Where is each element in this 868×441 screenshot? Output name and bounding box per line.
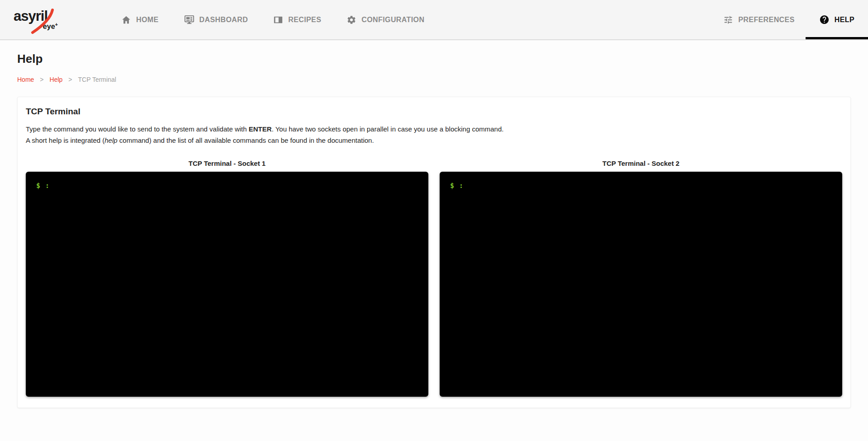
terminal-socket-2[interactable]: $ : [440, 172, 842, 397]
terminal-prompt: $ : [36, 182, 50, 190]
nav-item-recipes[interactable]: RECIPES [273, 0, 321, 39]
configuration-gear-icon [346, 15, 356, 25]
terminal-socket-1[interactable]: $ : [26, 172, 428, 397]
nav-right-group: PREFERENCES HELP [712, 0, 868, 39]
card-title: TCP Terminal [26, 107, 842, 117]
nav-item-home[interactable]: HOME [121, 0, 159, 39]
terminal-socket-1-title: TCP Terminal - Socket 1 [26, 160, 428, 167]
help-question-icon [819, 14, 830, 25]
description-line-1: Type the command you would like to send … [26, 123, 842, 135]
enter-keyword: ENTER [249, 125, 272, 133]
breadcrumb-current: TCP Terminal [78, 76, 116, 83]
help-page: Help Home > Help > TCP Terminal TCP Term… [0, 52, 868, 408]
terminal-prompt: $ : [450, 182, 464, 190]
breadcrumb: Home > Help > TCP Terminal [17, 76, 851, 83]
asyril-logo[interactable]: asyril eye+ [14, 9, 59, 30]
help-command-keyword: help [104, 136, 117, 144]
breadcrumb-separator: > [40, 76, 43, 83]
breadcrumb-separator: > [68, 76, 72, 83]
nav-item-configuration[interactable]: CONFIGURATION [346, 0, 424, 39]
breadcrumb-help-link[interactable]: Help [50, 76, 63, 83]
preferences-sliders-icon [723, 15, 733, 25]
nav-item-label: DASHBOARD [199, 16, 248, 24]
nav-item-label: PREFERENCES [738, 16, 794, 24]
tcp-terminal-card: TCP Terminal Type the command you would … [17, 97, 851, 408]
description-line-2: A short help is integrated (help command… [26, 135, 842, 146]
dashboard-icon [184, 14, 194, 25]
terminal-socket-2-column: TCP Terminal - Socket 2 $ : [440, 160, 842, 397]
nav-item-label: HOME [136, 16, 159, 24]
home-icon [121, 15, 131, 25]
nav-item-label: RECIPES [288, 16, 321, 24]
breadcrumb-home-link[interactable]: Home [17, 76, 34, 83]
terminal-socket-2-title: TCP Terminal - Socket 2 [440, 160, 842, 167]
card-description: Type the command you would like to send … [26, 123, 842, 146]
page-title: Help [17, 52, 851, 66]
top-navbar: asyril eye+ HOME DASHBOA [0, 0, 868, 40]
nav-item-preferences[interactable]: PREFERENCES [712, 0, 805, 39]
nav-item-label: HELP [835, 16, 854, 24]
recipes-icon [273, 15, 283, 25]
nav-item-label: CONFIGURATION [361, 16, 424, 24]
terminal-socket-1-column: TCP Terminal - Socket 1 $ : [26, 160, 428, 397]
nav-item-dashboard[interactable]: DASHBOARD [184, 0, 248, 39]
nav-left-group: HOME DASHBOARD [121, 0, 424, 39]
nav-item-help[interactable]: HELP [806, 0, 868, 39]
logo-wordmark: asyril [14, 9, 59, 23]
terminals-container: TCP Terminal - Socket 1 $ : TCP Terminal… [26, 160, 842, 397]
